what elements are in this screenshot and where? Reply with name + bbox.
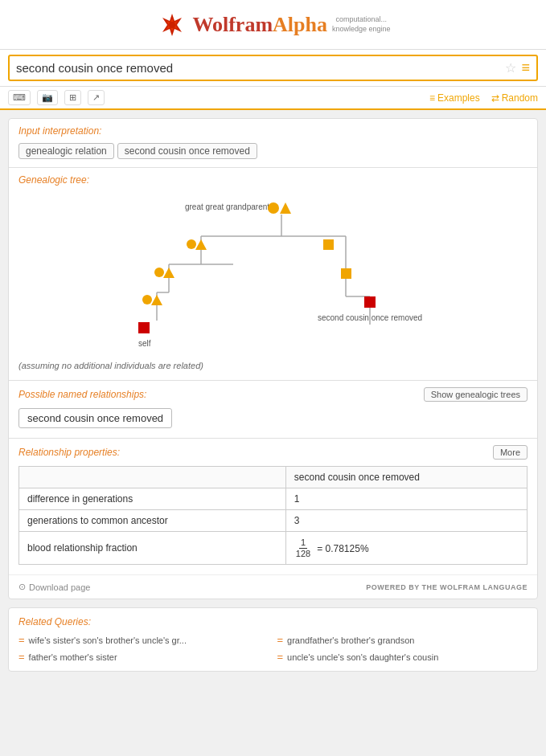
related-queries-title: Related Queries:: [18, 616, 528, 627]
logo[interactable]: Wolfram Alpha computational... knowledge…: [155, 8, 390, 42]
properties-table: second cousin once removed difference in…: [18, 466, 528, 565]
related-icon-3: =: [18, 651, 25, 663]
wolfram-alpha-logo-icon: [155, 8, 189, 42]
toolbar-right: ≡ Examples ⇄ Random: [429, 92, 538, 104]
related-queries-card: Related Queries: = wife's sister's son's…: [8, 607, 538, 672]
fraction-denominator: 128: [294, 549, 312, 559]
header: Wolfram Alpha computational... knowledge…: [0, 0, 546, 50]
toolbar-left: ⌨ 📷 ⊞ ↗: [8, 90, 105, 105]
row-1-value: 1: [285, 488, 527, 510]
genealogic-tree-svg: great great grandparents: [105, 192, 442, 353]
input-interpretation-body: genealogic relation second cousin once r…: [9, 140, 537, 167]
rel-props-header: Relationship properties: More: [18, 445, 528, 460]
logo-tagline: computational... knowledge engine: [332, 15, 391, 34]
related-icon-2: =: [277, 634, 284, 646]
download-icon: ⊙: [18, 582, 26, 592]
gp-left-male-node: [195, 239, 207, 250]
more-button[interactable]: More: [493, 445, 528, 460]
gp-right-node: [323, 239, 334, 250]
card-footer: ⊙ Download page POWERED BY THE WOLFRAM L…: [9, 574, 537, 599]
p-left-male-node: [163, 268, 174, 278]
ggp-male-node: [280, 202, 291, 214]
svg-point-2: [169, 22, 175, 28]
fraction-numerator: 1: [299, 537, 307, 549]
keyboard-button[interactable]: ⌨: [8, 90, 31, 105]
random-icon: ⇄: [491, 92, 499, 104]
related-item-2-text: grandfather's brother's grandson: [287, 635, 414, 645]
related-item-3[interactable]: = father's mother's sister: [18, 651, 269, 663]
related-item-1[interactable]: = wife's sister's son's brother's uncle'…: [18, 634, 269, 646]
second-cousin-text: second cousin once removed: [318, 313, 422, 322]
row-3-value: 1 128 = 0.78125%: [285, 532, 527, 565]
relationship-properties-section: Relationship properties: More second cou…: [9, 439, 537, 574]
result-card: Input interpretation: genealogic relatio…: [8, 118, 538, 599]
download-label: Download page: [29, 582, 90, 592]
great-great-grandparents-label: great great grandparents: [184, 202, 273, 211]
row-2-label: generations to common ancestor: [19, 510, 286, 532]
fraction: 1 128: [294, 537, 312, 559]
sp-left-male-node: [151, 295, 162, 305]
search-bar: ☆ ≡: [8, 55, 538, 81]
random-link[interactable]: ⇄ Random: [491, 92, 538, 104]
tree-section-label: Genealogic tree:: [18, 174, 528, 186]
logo-alpha-text: Alpha: [273, 13, 327, 37]
named-relationships-section: Possible named relationships: Show genea…: [9, 381, 537, 438]
ggp-female-node: [268, 202, 279, 214]
menu-icon[interactable]: ≡: [521, 59, 530, 76]
p-left-female-node: [154, 268, 164, 277]
camera-button[interactable]: 📷: [37, 90, 58, 105]
grid-button[interactable]: ⊞: [64, 90, 81, 105]
related-item-4[interactable]: = uncle's uncle's son's daughter's cousi…: [277, 651, 528, 663]
gp-left-female-node: [187, 239, 196, 249]
star-icon[interactable]: ☆: [505, 60, 516, 76]
input-interpretation-section: Input interpretation: genealogic relatio…: [9, 119, 537, 167]
show-genealogic-trees-button[interactable]: Show genealogic trees: [424, 387, 528, 402]
examples-label: Examples: [437, 92, 480, 104]
genealogic-tree-section: Genealogic tree:: [9, 168, 537, 380]
related-item-4-text: uncle's uncle's son's daughter's cousin: [287, 652, 438, 662]
related-icon-1: =: [18, 634, 25, 646]
self-text: self: [138, 339, 151, 348]
named-rel-header: Possible named relationships: Show genea…: [18, 387, 528, 402]
second-cousin-node: [364, 296, 376, 308]
random-label: Random: [502, 92, 538, 104]
logo-wolfram-text: Wolfram: [192, 13, 273, 37]
table-row: generations to common ancestor 3: [19, 510, 528, 532]
examples-icon: ≡: [429, 92, 435, 104]
p-right-node: [341, 268, 351, 279]
row-3-label: blood relationship fraction: [19, 532, 286, 565]
row-2-value: 3: [285, 510, 527, 532]
table-col-header: second cousin once removed: [285, 467, 527, 488]
powered-by: POWERED BY THE WOLFRAM LANGUAGE: [366, 583, 528, 591]
arrow-button[interactable]: ↗: [88, 90, 105, 105]
related-queries-grid: = wife's sister's son's brother's uncle'…: [18, 634, 528, 663]
fraction-decimal: = 0.78125%: [317, 543, 368, 554]
related-item-1-text: wife's sister's son's brother's uncle's …: [29, 635, 187, 645]
toolbar: ⌨ 📷 ⊞ ↗ ≡ Examples ⇄ Random: [0, 87, 546, 110]
tree-note: (assuming no additional individuals are …: [18, 356, 528, 374]
interp-tag-1: genealogic relation: [18, 143, 114, 159]
table-row: difference in generations 1: [19, 488, 528, 510]
table-row: blood relationship fraction 1 128 = 0.78…: [19, 532, 528, 565]
search-input[interactable]: [16, 61, 500, 75]
table-empty-header: [19, 467, 286, 488]
related-icon-4: =: [277, 651, 284, 663]
examples-link[interactable]: ≡ Examples: [429, 92, 480, 104]
self-node: [138, 322, 150, 333]
named-rel-title: Possible named relationships:: [18, 389, 146, 400]
search-bar-wrapper: ☆ ≡: [0, 50, 546, 87]
download-page-link[interactable]: ⊙ Download page: [18, 582, 90, 592]
related-item-3-text: father's mother's sister: [29, 652, 117, 662]
rel-props-title: Relationship properties:: [18, 447, 120, 458]
sp-left-female-node: [142, 295, 152, 304]
row-1-label: difference in generations: [19, 488, 286, 510]
input-interpretation-header: Input interpretation:: [9, 119, 537, 140]
named-rel-tag: second cousin once removed: [18, 408, 172, 428]
interp-tag-2: second cousin once removed: [117, 143, 257, 159]
related-item-2[interactable]: = grandfather's brother's grandson: [277, 634, 528, 646]
main-content: Input interpretation: genealogic relatio…: [0, 110, 546, 680]
